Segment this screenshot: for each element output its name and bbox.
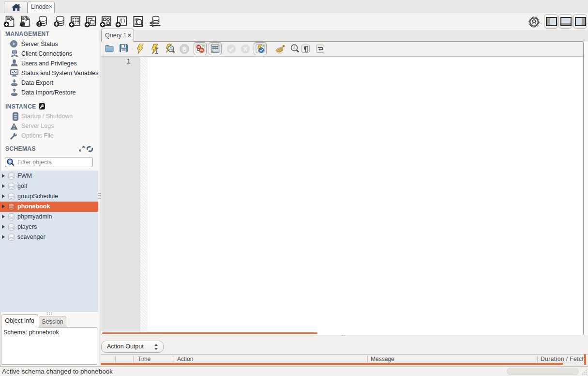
svg-text:SQL: SQL [7,16,14,21]
svg-text:SQL: SQL [22,16,30,21]
